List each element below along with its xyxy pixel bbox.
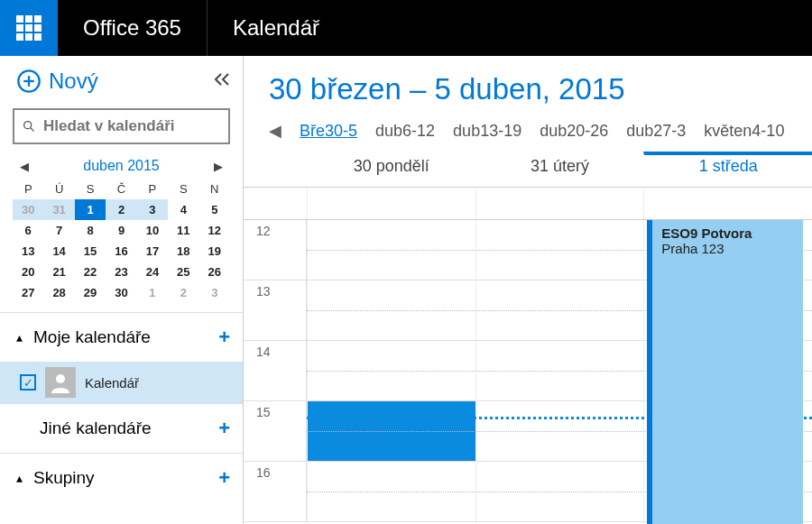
add-group-button[interactable]: +	[218, 466, 230, 490]
main-area: 30 březen – 5 duben, 2015 ◀ Bře30-5dub6-…	[244, 56, 812, 524]
app-launcher-button[interactable]	[0, 0, 58, 56]
mini-day[interactable]: 13	[13, 241, 43, 262]
mini-day[interactable]: 30	[106, 282, 136, 303]
mini-dow: N	[199, 179, 230, 199]
day-header[interactable]: 31 úterý	[475, 152, 644, 187]
mini-next-month[interactable]: ▶	[214, 160, 223, 173]
week-tab[interactable]: květen4-10	[704, 122, 784, 141]
svg-point-5	[56, 374, 65, 383]
mini-day[interactable]: 3	[199, 282, 230, 303]
mini-day[interactable]: 2	[106, 199, 136, 220]
add-my-calendar-button[interactable]: +	[218, 326, 230, 349]
mini-day[interactable]: 27	[13, 282, 43, 303]
hour-label: 12	[244, 220, 307, 280]
day-header[interactable]: 1 středa	[643, 152, 812, 187]
day-header[interactable]: 30 pondělí	[307, 152, 475, 187]
mini-dow: P	[13, 179, 43, 199]
mini-day[interactable]: 28	[43, 282, 74, 303]
calendar-name: Kalendář	[85, 375, 139, 391]
mini-month-label[interactable]: duben 2015	[83, 158, 160, 174]
chevron-double-left-icon	[214, 73, 230, 86]
event-title: ESO9 Potvora	[661, 225, 794, 241]
mini-day[interactable]: 10	[137, 220, 168, 241]
hour-label: 16	[244, 462, 307, 521]
hour-label: 13	[244, 280, 307, 340]
search-input[interactable]	[43, 117, 221, 135]
mini-day[interactable]: 4	[168, 199, 198, 220]
plus-circle-icon	[16, 69, 42, 94]
mini-day[interactable]: 30	[13, 199, 43, 220]
mini-day[interactable]: 2	[168, 282, 198, 303]
calendar-list-item[interactable]: ✓ Kalendář	[0, 362, 243, 403]
week-tab[interactable]: dub27-3	[626, 122, 686, 141]
collapse-sidebar-button[interactable]	[214, 73, 230, 89]
mini-day[interactable]: 11	[168, 220, 198, 241]
mini-prev-month[interactable]: ◀	[20, 160, 29, 173]
mini-day[interactable]: 14	[43, 241, 74, 262]
sidebar: Nový ◀ duben 2015 ▶ PÚSČPSN 303112345678…	[0, 56, 244, 524]
mini-day[interactable]: 7	[43, 220, 74, 241]
svg-line-4	[31, 128, 33, 131]
prev-week-button[interactable]: ◀	[269, 121, 281, 141]
mini-dow: S	[75, 179, 106, 199]
mini-day[interactable]: 17	[137, 241, 168, 262]
mini-day[interactable]: 9	[106, 220, 136, 241]
mini-day[interactable]: 24	[137, 262, 168, 282]
new-button[interactable]: Nový	[16, 69, 98, 94]
avatar	[45, 367, 76, 398]
mini-dow: P	[137, 179, 168, 199]
calendar-event[interactable]: ESO9 PotvoraPraha 123	[647, 220, 803, 524]
mini-day[interactable]: 22	[75, 262, 106, 282]
mini-calendar: ◀ duben 2015 ▶ PÚSČPSN 30311234567891011…	[0, 153, 243, 312]
mini-day[interactable]: 1	[75, 199, 106, 220]
mini-day[interactable]: 18	[168, 241, 198, 262]
calendar-checkbox[interactable]: ✓	[20, 374, 36, 391]
mini-day[interactable]: 6	[13, 220, 43, 241]
event-location: Praha 123	[661, 241, 794, 256]
mini-day[interactable]: 29	[75, 282, 106, 303]
week-tab[interactable]: dub13-19	[453, 122, 521, 141]
mini-day[interactable]: 3	[137, 199, 168, 220]
mini-dow: S	[168, 179, 198, 199]
time-grid[interactable]: 1213141516ESO9 PotvoraPraha 123	[244, 220, 812, 524]
hour-label: 15	[244, 401, 307, 461]
mini-day[interactable]: 25	[168, 262, 198, 282]
date-range-title: 30 březen – 5 duben, 2015	[269, 72, 812, 106]
mini-day[interactable]: 12	[199, 220, 230, 241]
mini-day[interactable]: 26	[199, 262, 230, 282]
search-icon	[22, 118, 36, 134]
mini-day[interactable]: 23	[106, 262, 136, 282]
hour-label: 14	[244, 341, 307, 400]
mini-dow: Ú	[43, 179, 74, 199]
mini-day[interactable]: 8	[75, 220, 106, 241]
chevron-up-icon[interactable]: ▴	[16, 330, 23, 345]
new-label: Nový	[49, 69, 98, 94]
person-icon	[50, 372, 71, 393]
add-other-calendar-button[interactable]: +	[218, 417, 230, 440]
brand-label: Office 365	[58, 15, 207, 41]
week-tab[interactable]: dub6-12	[375, 122, 435, 141]
mini-day[interactable]: 1	[137, 282, 168, 303]
mini-day[interactable]: 20	[13, 262, 43, 282]
week-tab[interactable]: dub20-26	[540, 122, 608, 141]
mini-day[interactable]: 31	[43, 199, 74, 220]
mini-day[interactable]: 16	[106, 241, 136, 262]
mini-day[interactable]: 15	[75, 241, 106, 262]
mini-day[interactable]: 5	[199, 199, 230, 220]
svg-point-3	[24, 122, 32, 129]
app-title: Kalendář	[208, 15, 345, 41]
section-my-calendars[interactable]: Moje kalendáře	[33, 327, 151, 347]
search-input-wrapper[interactable]	[13, 108, 230, 144]
mini-day[interactable]: 21	[43, 262, 74, 282]
week-tab[interactable]: Bře30-5	[300, 122, 357, 141]
mini-dow: Č	[106, 179, 136, 199]
waffle-icon	[16, 15, 42, 41]
section-other-calendars[interactable]: Jiné kalendáře	[40, 418, 152, 438]
chevron-up-icon[interactable]: ▴	[16, 471, 23, 485]
all-day-row[interactable]	[244, 188, 812, 220]
mini-day[interactable]: 19	[199, 241, 230, 262]
section-groups[interactable]: Skupiny	[33, 468, 95, 488]
